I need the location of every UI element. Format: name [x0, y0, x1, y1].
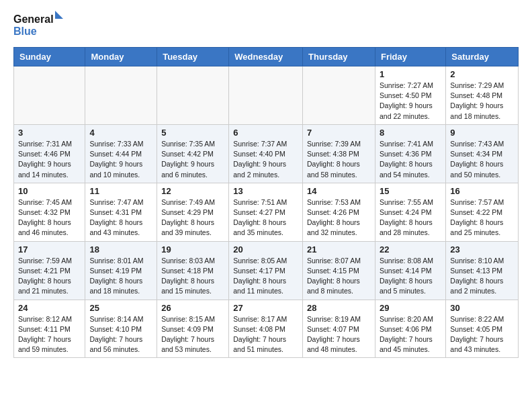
calendar-cell: 21Sunrise: 8:07 AM Sunset: 4:15 PM Dayli… — [303, 241, 375, 300]
day-number: 25 — [89, 303, 152, 313]
calendar-cell: 8Sunrise: 7:41 AM Sunset: 4:36 PM Daylig… — [375, 124, 445, 183]
calendar-cell — [229, 66, 303, 125]
day-info: Sunrise: 7:41 AM Sunset: 4:36 PM Dayligh… — [380, 139, 441, 180]
weekday-wednesday: Wednesday — [229, 48, 303, 66]
calendar-cell: 16Sunrise: 7:57 AM Sunset: 4:22 PM Dayli… — [446, 183, 519, 241]
calendar-cell: 25Sunrise: 8:14 AM Sunset: 4:10 PM Dayli… — [85, 300, 157, 358]
day-number: 17 — [18, 244, 81, 255]
day-number: 9 — [450, 128, 514, 138]
calendar-cell: 13Sunrise: 7:51 AM Sunset: 4:27 PM Dayli… — [229, 183, 303, 241]
calendar-cell: 18Sunrise: 8:01 AM Sunset: 4:19 PM Dayli… — [85, 241, 157, 300]
day-number: 26 — [161, 303, 224, 313]
week-row-1: 1Sunrise: 7:27 AM Sunset: 4:50 PM Daylig… — [14, 66, 519, 125]
svg-text:Blue: Blue — [13, 26, 37, 37]
svg-marker-2 — [55, 11, 63, 19]
day-number: 15 — [380, 186, 441, 196]
calendar-cell: 7Sunrise: 7:39 AM Sunset: 4:38 PM Daylig… — [303, 124, 375, 183]
day-number: 27 — [233, 303, 298, 313]
header: GeneralBlue — [13, 11, 519, 40]
day-info: Sunrise: 7:31 AM Sunset: 4:46 PM Dayligh… — [18, 139, 81, 180]
calendar-cell: 19Sunrise: 8:03 AM Sunset: 4:18 PM Dayli… — [157, 241, 229, 300]
calendar-table: SundayMondayTuesdayWednesdayThursdayFrid… — [13, 47, 519, 358]
day-number: 3 — [18, 128, 81, 138]
day-info: Sunrise: 8:01 AM Sunset: 4:19 PM Dayligh… — [89, 256, 152, 297]
day-info: Sunrise: 7:35 AM Sunset: 4:42 PM Dayligh… — [161, 139, 224, 180]
logo-svg: GeneralBlue — [13, 11, 67, 40]
calendar-cell: 24Sunrise: 8:12 AM Sunset: 4:11 PM Dayli… — [14, 300, 85, 358]
day-info: Sunrise: 8:19 AM Sunset: 4:07 PM Dayligh… — [307, 314, 371, 355]
day-info: Sunrise: 8:05 AM Sunset: 4:17 PM Dayligh… — [233, 256, 298, 297]
day-number: 14 — [307, 186, 371, 196]
day-info: Sunrise: 7:37 AM Sunset: 4:40 PM Dayligh… — [233, 139, 298, 180]
day-info: Sunrise: 8:15 AM Sunset: 4:09 PM Dayligh… — [161, 314, 224, 355]
calendar-cell: 10Sunrise: 7:45 AM Sunset: 4:32 PM Dayli… — [14, 183, 85, 241]
calendar-cell: 6Sunrise: 7:37 AM Sunset: 4:40 PM Daylig… — [229, 124, 303, 183]
weekday-sunday: Sunday — [14, 48, 85, 66]
calendar-cell: 2Sunrise: 7:29 AM Sunset: 4:48 PM Daylig… — [446, 66, 519, 125]
day-info: Sunrise: 7:47 AM Sunset: 4:31 PM Dayligh… — [89, 197, 152, 238]
calendar-cell: 27Sunrise: 8:17 AM Sunset: 4:08 PM Dayli… — [229, 300, 303, 358]
day-info: Sunrise: 7:27 AM Sunset: 4:50 PM Dayligh… — [380, 81, 441, 122]
day-info: Sunrise: 7:43 AM Sunset: 4:34 PM Dayligh… — [450, 139, 514, 180]
calendar-cell: 28Sunrise: 8:19 AM Sunset: 4:07 PM Dayli… — [303, 300, 375, 358]
day-info: Sunrise: 8:03 AM Sunset: 4:18 PM Dayligh… — [161, 256, 224, 297]
day-number: 11 — [89, 186, 152, 196]
day-info: Sunrise: 8:08 AM Sunset: 4:14 PM Dayligh… — [380, 256, 441, 297]
day-number: 10 — [18, 186, 81, 196]
day-info: Sunrise: 7:55 AM Sunset: 4:24 PM Dayligh… — [380, 197, 441, 238]
calendar-cell: 20Sunrise: 8:05 AM Sunset: 4:17 PM Dayli… — [229, 241, 303, 300]
day-info: Sunrise: 7:51 AM Sunset: 4:27 PM Dayligh… — [233, 197, 298, 238]
calendar-cell: 1Sunrise: 7:27 AM Sunset: 4:50 PM Daylig… — [375, 66, 445, 125]
day-info: Sunrise: 7:33 AM Sunset: 4:44 PM Dayligh… — [89, 139, 152, 180]
day-number: 13 — [233, 186, 298, 196]
day-number: 12 — [161, 186, 224, 196]
day-number: 28 — [307, 303, 371, 313]
day-info: Sunrise: 7:53 AM Sunset: 4:26 PM Dayligh… — [307, 197, 371, 238]
day-info: Sunrise: 7:29 AM Sunset: 4:48 PM Dayligh… — [450, 81, 514, 122]
weekday-monday: Monday — [85, 48, 157, 66]
calendar-cell: 29Sunrise: 8:20 AM Sunset: 4:06 PM Dayli… — [375, 300, 445, 358]
weekday-header-row: SundayMondayTuesdayWednesdayThursdayFrid… — [14, 48, 519, 66]
day-number: 23 — [450, 244, 514, 255]
logo: GeneralBlue — [13, 11, 67, 40]
calendar-cell: 22Sunrise: 8:08 AM Sunset: 4:14 PM Dayli… — [375, 241, 445, 300]
day-number: 4 — [89, 128, 152, 138]
calendar-cell: 15Sunrise: 7:55 AM Sunset: 4:24 PM Dayli… — [375, 183, 445, 241]
calendar-cell — [157, 66, 229, 125]
day-info: Sunrise: 8:22 AM Sunset: 4:05 PM Dayligh… — [450, 314, 514, 355]
day-number: 18 — [89, 244, 152, 255]
calendar-cell: 9Sunrise: 7:43 AM Sunset: 4:34 PM Daylig… — [446, 124, 519, 183]
weekday-thursday: Thursday — [303, 48, 375, 66]
day-info: Sunrise: 7:49 AM Sunset: 4:29 PM Dayligh… — [161, 197, 224, 238]
day-number: 21 — [307, 244, 371, 255]
calendar-cell — [303, 66, 375, 125]
weekday-tuesday: Tuesday — [157, 48, 229, 66]
day-info: Sunrise: 7:45 AM Sunset: 4:32 PM Dayligh… — [18, 197, 81, 238]
day-info: Sunrise: 8:10 AM Sunset: 4:13 PM Dayligh… — [450, 256, 514, 297]
week-row-4: 17Sunrise: 7:59 AM Sunset: 4:21 PM Dayli… — [14, 241, 519, 300]
calendar-cell — [14, 66, 85, 125]
calendar-cell: 30Sunrise: 8:22 AM Sunset: 4:05 PM Dayli… — [446, 300, 519, 358]
calendar-cell: 3Sunrise: 7:31 AM Sunset: 4:46 PM Daylig… — [14, 124, 85, 183]
day-number: 2 — [450, 69, 514, 79]
day-info: Sunrise: 7:39 AM Sunset: 4:38 PM Dayligh… — [307, 139, 371, 180]
calendar-cell: 4Sunrise: 7:33 AM Sunset: 4:44 PM Daylig… — [85, 124, 157, 183]
calendar-cell: 23Sunrise: 8:10 AM Sunset: 4:13 PM Dayli… — [446, 241, 519, 300]
weekday-saturday: Saturday — [446, 48, 519, 66]
calendar-cell: 5Sunrise: 7:35 AM Sunset: 4:42 PM Daylig… — [157, 124, 229, 183]
day-info: Sunrise: 7:57 AM Sunset: 4:22 PM Dayligh… — [450, 197, 514, 238]
day-info: Sunrise: 8:20 AM Sunset: 4:06 PM Dayligh… — [380, 314, 441, 355]
day-info: Sunrise: 8:14 AM Sunset: 4:10 PM Dayligh… — [89, 314, 152, 355]
week-row-5: 24Sunrise: 8:12 AM Sunset: 4:11 PM Dayli… — [14, 300, 519, 358]
calendar-cell: 11Sunrise: 7:47 AM Sunset: 4:31 PM Dayli… — [85, 183, 157, 241]
page: GeneralBlue SundayMondayTuesdayWednesday… — [0, 0, 532, 369]
calendar-cell: 14Sunrise: 7:53 AM Sunset: 4:26 PM Dayli… — [303, 183, 375, 241]
week-row-2: 3Sunrise: 7:31 AM Sunset: 4:46 PM Daylig… — [14, 124, 519, 183]
day-number: 16 — [450, 186, 514, 196]
weekday-friday: Friday — [375, 48, 445, 66]
day-number: 29 — [380, 303, 441, 313]
day-number: 8 — [380, 128, 441, 138]
calendar-cell: 26Sunrise: 8:15 AM Sunset: 4:09 PM Dayli… — [157, 300, 229, 358]
calendar-cell: 17Sunrise: 7:59 AM Sunset: 4:21 PM Dayli… — [14, 241, 85, 300]
calendar-cell: 12Sunrise: 7:49 AM Sunset: 4:29 PM Dayli… — [157, 183, 229, 241]
